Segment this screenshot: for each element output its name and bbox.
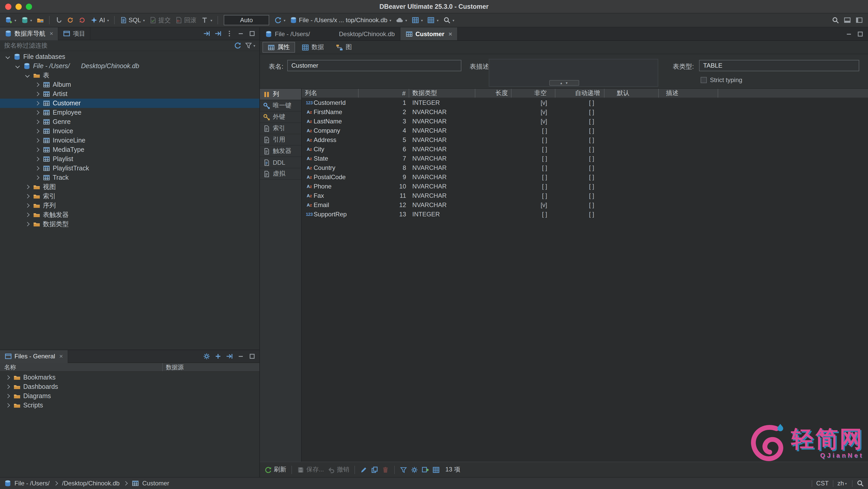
- grid-cell[interactable]: NVARCHAR: [409, 135, 475, 144]
- grid-cell[interactable]: [v]: [512, 200, 555, 210]
- grid-cell[interactable]: [475, 126, 512, 135]
- text-transform-button[interactable]: ▾: [199, 15, 214, 25]
- driver-tool-button[interactable]: [53, 15, 64, 25]
- grid-cell[interactable]: [475, 98, 512, 107]
- grid-header-item[interactable]: #: [359, 89, 409, 98]
- chevron-right-icon[interactable]: [24, 220, 31, 229]
- tree-item-playlist[interactable]: Playlist: [0, 154, 259, 164]
- add-icon[interactable]: [214, 353, 222, 360]
- grid-cell[interactable]: [ ]: [555, 98, 604, 107]
- chevron-right-icon[interactable]: [24, 210, 31, 220]
- tree-item-file-users[interactable]: File - /Users/Desktop/Chinook.db: [0, 61, 259, 71]
- tree-item-序列[interactable]: 序列: [0, 201, 259, 210]
- grid-cell[interactable]: AzCompany: [302, 126, 359, 135]
- grid-row-postalcode[interactable]: AzPostalCode9NVARCHAR[ ][ ]: [302, 172, 868, 182]
- undo-button[interactable]: 撤销: [328, 465, 349, 474]
- view-menu-icon[interactable]: [226, 30, 233, 37]
- maximize-panel-icon[interactable]: [249, 353, 256, 360]
- chevron-right-icon[interactable]: [4, 373, 11, 382]
- grid-cell[interactable]: [604, 172, 659, 182]
- edit-column-button[interactable]: [360, 466, 367, 473]
- grid-cell[interactable]: NVARCHAR: [409, 191, 475, 200]
- grid-cell[interactable]: 5: [359, 135, 409, 144]
- grid-cell[interactable]: [659, 200, 718, 210]
- grid-row-state[interactable]: AzState7NVARCHAR[ ][ ]: [302, 154, 868, 163]
- grid-cell[interactable]: 4: [359, 126, 409, 135]
- grid-cell[interactable]: AzCountry: [302, 163, 359, 172]
- grid-cell[interactable]: [659, 117, 718, 126]
- gear-icon[interactable]: [203, 353, 210, 360]
- grid-header-列名[interactable]: 列名: [302, 89, 359, 98]
- grid-cell[interactable]: AzFirstName: [302, 107, 359, 117]
- grid-cell[interactable]: [604, 154, 659, 163]
- grid-cell[interactable]: [ ]: [512, 135, 555, 144]
- grid-cell[interactable]: AzCity: [302, 144, 359, 154]
- filter-button[interactable]: [400, 466, 407, 473]
- grid-cell[interactable]: NVARCHAR: [409, 107, 475, 117]
- close-icon[interactable]: ×: [448, 31, 452, 37]
- catalog-selector[interactable]: ▾: [410, 15, 425, 25]
- grid-cell[interactable]: AzPostalCode: [302, 172, 359, 182]
- sql-editor-button[interactable]: SQL▾: [118, 15, 147, 25]
- chevron-right-icon[interactable]: [34, 80, 41, 89]
- tree-item-视图[interactable]: 视图: [0, 182, 259, 192]
- grid-cell[interactable]: [ ]: [512, 126, 555, 135]
- grid-cell[interactable]: [ ]: [512, 163, 555, 172]
- chevron-right-icon[interactable]: [4, 401, 11, 410]
- grid-cell[interactable]: NVARCHAR: [409, 172, 475, 182]
- grid-cell[interactable]: [475, 182, 512, 191]
- grid-cell[interactable]: 8: [359, 163, 409, 172]
- chevron-right-icon[interactable]: [34, 164, 41, 173]
- object-search-button[interactable]: ▾: [441, 15, 457, 25]
- connect-button[interactable]: ▾: [19, 15, 34, 25]
- grid-cell[interactable]: [475, 117, 512, 126]
- grid-cell[interactable]: [659, 135, 718, 144]
- chevron-right-icon[interactable]: [34, 145, 41, 154]
- grid-cell[interactable]: NVARCHAR: [409, 144, 475, 154]
- grid-cell[interactable]: [ ]: [555, 210, 604, 219]
- chevron-down-icon[interactable]: [24, 71, 31, 80]
- checkbox-box-icon[interactable]: [701, 77, 707, 83]
- chevron-right-icon[interactable]: [34, 173, 41, 182]
- grid-cell[interactable]: [475, 154, 512, 163]
- grid-cell[interactable]: [659, 191, 718, 200]
- grid-cell[interactable]: [475, 191, 512, 200]
- side-tab-ddl[interactable]: DDL: [260, 157, 301, 168]
- grid-row-customerid[interactable]: 123CustomerId1INTEGER[v][ ]: [302, 98, 868, 107]
- grid-cell[interactable]: 6: [359, 144, 409, 154]
- close-icon[interactable]: ×: [59, 353, 63, 359]
- grid-cell[interactable]: 1: [359, 98, 409, 107]
- grid-cell[interactable]: 123CustomerId: [302, 98, 359, 107]
- close-window-button[interactable]: [5, 3, 11, 9]
- sync-icon[interactable]: [234, 42, 242, 49]
- grid-cell[interactable]: [ ]: [555, 200, 604, 210]
- grid-cell[interactable]: [659, 172, 718, 182]
- grid-cell[interactable]: [475, 107, 512, 117]
- files-item-scripts[interactable]: Scripts: [0, 401, 259, 410]
- language-indicator[interactable]: zh: [838, 480, 844, 487]
- grid-cell[interactable]: [ ]: [512, 172, 555, 182]
- tx-log-button[interactable]: ▾: [272, 15, 287, 25]
- grid-cell[interactable]: [ ]: [555, 191, 604, 200]
- grid-cell[interactable]: INTEGER: [409, 98, 475, 107]
- grid-cell[interactable]: [604, 163, 659, 172]
- side-tab-触发器[interactable]: 触发器: [260, 145, 301, 157]
- grid-cell[interactable]: [ ]: [555, 182, 604, 191]
- grid-cell[interactable]: [ ]: [512, 210, 555, 219]
- minimize-editor-icon[interactable]: [845, 30, 852, 37]
- chevron-right-icon[interactable]: [34, 99, 41, 108]
- tree-item-mediatype[interactable]: MediaType: [0, 145, 259, 154]
- grid-cell[interactable]: [ ]: [555, 172, 604, 182]
- grid-cell[interactable]: INTEGER: [409, 210, 475, 219]
- grid-cell[interactable]: [604, 117, 659, 126]
- grid-cell[interactable]: NVARCHAR: [409, 163, 475, 172]
- table-name-input[interactable]: Customer: [287, 60, 461, 71]
- grid-cell[interactable]: 10: [359, 182, 409, 191]
- refresh-button[interactable]: 刷新: [265, 465, 286, 474]
- grid-cell[interactable]: AzAddress: [302, 135, 359, 144]
- grid-cell[interactable]: [v]: [512, 117, 555, 126]
- minimize-window-button[interactable]: [16, 3, 22, 9]
- form-collapse-handle[interactable]: ▴▾: [549, 80, 579, 86]
- close-icon[interactable]: ×: [50, 30, 53, 37]
- global-search-button[interactable]: [830, 15, 841, 25]
